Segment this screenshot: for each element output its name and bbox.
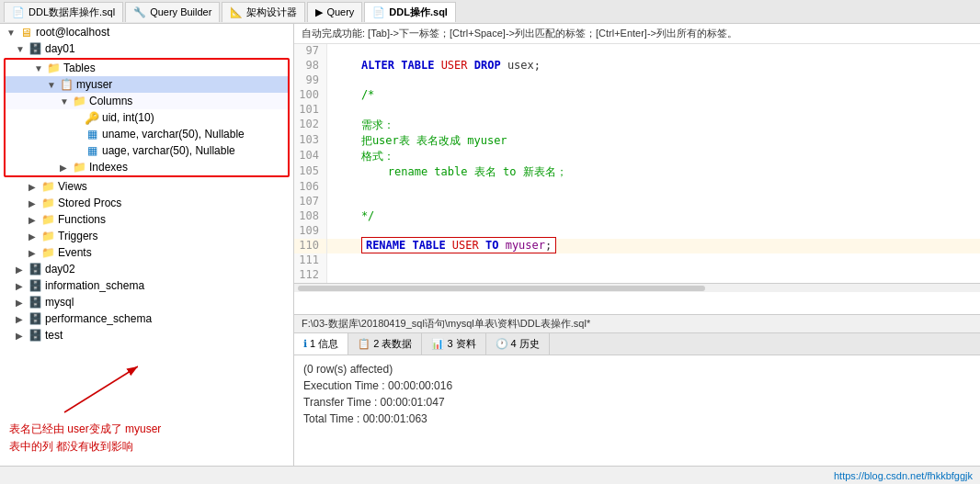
horizontal-scrollbar[interactable]	[294, 283, 980, 292]
line-num-104: 104	[294, 149, 327, 164]
expand-arrow-mysql[interactable]: ▶	[16, 298, 25, 308]
code-line-111: 111	[294, 253, 980, 268]
sidebar-item-uname[interactable]: ▦ uname, varchar(50), Nullable	[6, 126, 288, 142]
code-line-101: 101	[294, 103, 980, 118]
sidebar-item-functions[interactable]: ▶ 📁 Functions	[0, 211, 293, 228]
db-icon-perf-schema: 🗄️	[28, 311, 42, 326]
result-row-3: Total Time : 00:00:01:063	[303, 411, 971, 427]
result-tab-table[interactable]: 📋 2 表数据	[348, 333, 422, 355]
expand-arrow-perf-schema[interactable]: ▶	[16, 314, 25, 324]
result-tab-icon-1: 📋	[358, 338, 370, 350]
line-content-105: rename table 表名 to 新表名；	[327, 164, 567, 180]
expand-arrow-indexes[interactable]: ▶	[60, 163, 69, 173]
sidebar-item-uage[interactable]: ▦ uage, varchar(50), Nullable	[6, 142, 288, 159]
expand-arrow-events[interactable]: ▶	[28, 248, 38, 258]
expand-arrow-myuser[interactable]: ▼	[47, 80, 56, 90]
sidebar-item-test[interactable]: ▶ 🗄️ test	[0, 327, 293, 343]
tab-label-2: 架构设计器	[246, 6, 297, 19]
tab-bar: 📄 DDL数据库操作.sql 🔧 Query Builder 📐 架构设计器 ▶…	[0, 0, 980, 24]
sidebar-item-day02[interactable]: ▶ 🗄️ day02	[0, 261, 293, 277]
result-tab-data[interactable]: 📊 3 资料	[422, 333, 485, 355]
tab-label-4: DDL操作.sql	[389, 6, 448, 19]
sidebar-item-indexes[interactable]: ▶ 📁 Indexes	[6, 159, 288, 175]
svg-line-1	[64, 366, 138, 412]
status-bar: https://blog.csdn.net/fhkkbfggjk	[0, 466, 980, 484]
sidebar-label-stored-procs: Stored Procs	[58, 197, 121, 209]
sidebar-label-perf-schema: performance_schema	[45, 312, 152, 325]
status-url: https://blog.csdn.net/fhkkbfggjk	[834, 470, 973, 481]
sidebar-label-info-schema: information_schema	[45, 279, 144, 292]
expand-arrow-root[interactable]: ▼	[6, 28, 16, 38]
expand-arrow-day01[interactable]: ▼	[16, 44, 25, 54]
sidebar-label-day02: day02	[45, 263, 75, 276]
code-line-108: 108 */	[294, 209, 980, 224]
sidebar-item-events[interactable]: ▶ 📁 Events	[0, 244, 293, 261]
line-content-109	[327, 224, 335, 239]
sidebar-item-views[interactable]: ▶ 📁 Views	[0, 178, 293, 195]
line-content-100: /*	[327, 88, 374, 103]
sidebar-label-events: Events	[58, 246, 92, 259]
code-line-110: 110 RENAME TABLE USER TO myuser;	[294, 239, 980, 253]
tab-icon-0: 📄	[12, 6, 25, 18]
sidebar-label-test: test	[45, 329, 63, 342]
sidebar-item-myuser[interactable]: ▼ 📋 myuser	[6, 76, 288, 93]
expand-arrow-triggers[interactable]: ▶	[28, 231, 38, 242]
expand-arrow-info-schema[interactable]: ▶	[16, 281, 25, 291]
tab-icon-3: ▶	[315, 6, 323, 18]
line-content-110: RENAME TABLE USER TO myuser;	[327, 239, 556, 253]
sidebar-item-uid[interactable]: 🔑 uid, int(10)	[6, 109, 288, 126]
code-editor[interactable]: 97 98 ALTER TABLE USER DROP usex; 99 100	[294, 44, 980, 314]
expand-arrow-stored-procs[interactable]: ▶	[28, 198, 38, 208]
line-num-107: 107	[294, 195, 327, 209]
result-tab-history[interactable]: 🕐 4 历史	[486, 333, 550, 355]
db-icon-day01: 🗄️	[28, 41, 42, 56]
sidebar-item-perf-schema[interactable]: ▶ 🗄️ performance_schema	[0, 310, 293, 327]
line-content-106	[327, 180, 335, 195]
db-icon-mysql: 🗄️	[28, 295, 42, 310]
sidebar-item-columns[interactable]: ▼ 📁 Columns	[6, 93, 288, 109]
sidebar-item-stored-procs[interactable]: ▶ 📁 Stored Procs	[0, 195, 293, 211]
annotation-line1: 表名已经由 user变成了 myuser	[9, 421, 284, 438]
line-num-98: 98	[294, 59, 327, 73]
sidebar-root[interactable]: ▼ 🖥 root@localhost	[0, 24, 293, 40]
sidebar-root-label: root@localhost	[36, 26, 109, 39]
expand-arrow-day02[interactable]: ▶	[16, 265, 25, 275]
line-num-103: 103	[294, 133, 327, 149]
expand-arrow-views[interactable]: ▶	[28, 182, 38, 192]
result-row-1: Execution Time : 00:00:00:016	[303, 377, 971, 394]
result-tab-info[interactable]: ℹ 1 信息	[294, 333, 348, 355]
sidebar-item-info-schema[interactable]: ▶ 🗄️ information_schema	[0, 277, 293, 294]
result-tab-label-3: 4 历史	[511, 337, 540, 351]
expand-arrow-test[interactable]: ▶	[16, 331, 25, 341]
tab-ddl-ops[interactable]: 📄 DDL操作.sql	[364, 2, 456, 22]
tab-schema-designer[interactable]: 📐 架构设计器	[222, 2, 305, 22]
expand-arrow-tables[interactable]: ▼	[34, 63, 43, 73]
line-num-108: 108	[294, 209, 327, 224]
result-tab-icon-0: ℹ	[303, 338, 307, 350]
tab-query-builder[interactable]: 🔧 Query Builder	[125, 2, 220, 22]
result-tab-label-0: 1 信息	[310, 337, 338, 351]
db-icon-info-schema: 🗄️	[28, 278, 42, 293]
sidebar-label-mysql: mysql	[45, 296, 74, 309]
sidebar-item-day01[interactable]: ▼ 🗄️ day01	[0, 40, 293, 57]
sidebar-item-mysql[interactable]: ▶ 🗄️ mysql	[0, 294, 293, 310]
sidebar-item-tables[interactable]: ▼ 📁 Tables	[6, 60, 288, 76]
expand-arrow-columns[interactable]: ▼	[60, 96, 69, 107]
code-line-102: 102 需求：	[294, 118, 980, 133]
tab-ddl-db[interactable]: 📄 DDL数据库操作.sql	[4, 2, 123, 22]
sidebar: ▼ 🖥 root@localhost ▼ 🗄️ day01 ▼	[0, 24, 294, 466]
line-num-105: 105	[294, 164, 327, 180]
line-num-100: 100	[294, 88, 327, 103]
sidebar-label-myuser: myuser	[76, 78, 112, 91]
expand-arrow-functions[interactable]: ▶	[28, 215, 38, 225]
line-num-112: 112	[294, 268, 327, 283]
line-num-106: 106	[294, 180, 327, 195]
sidebar-item-triggers[interactable]: ▶ 📁 Triggers	[0, 228, 293, 244]
key-icon-uid: 🔑	[85, 110, 99, 125]
line-num-102: 102	[294, 118, 327, 133]
result-row-0: (0 row(s) affected)	[303, 361, 971, 377]
tab-label-3: Query	[326, 6, 354, 17]
line-content-101	[327, 103, 335, 118]
right-panel: 自动完成功能: [Tab]->下一标签；[Ctrl+Space]->列出匹配的标…	[294, 24, 980, 466]
tab-query[interactable]: ▶ Query	[307, 2, 362, 22]
